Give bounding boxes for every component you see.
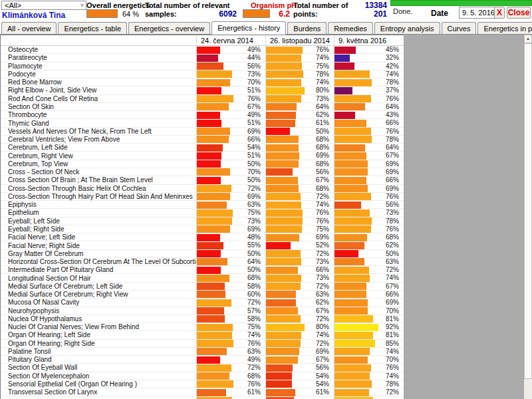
value-bar <box>266 389 295 396</box>
table-row[interactable]: Gray Matter Of Cerebrum50%72%50% <box>1 250 404 258</box>
table-row[interactable]: Right Elbow - Joint, Side View51%80%37% <box>1 86 404 94</box>
table-row[interactable]: Thrombocyte49%62%43% <box>1 111 404 119</box>
table-row[interactable]: Cerebrum, Top View50%68%69% <box>1 160 404 168</box>
value-bar <box>266 234 299 241</box>
value-bar <box>334 185 368 192</box>
table-row[interactable]: Thymic Gland51%61%66% <box>1 119 404 127</box>
value-bar <box>334 128 371 135</box>
row-label: Section Of Eyeball Wall <box>1 364 196 372</box>
table-row[interactable]: Palatine Tonsil63%69%74% <box>1 348 404 356</box>
table-row[interactable]: Cross - Section Of Neck70%56%69% <box>1 168 404 176</box>
value-bar <box>197 380 233 388</box>
value-percent: 45% <box>386 46 399 54</box>
value-cell: 76% <box>265 217 334 225</box>
value-bar <box>334 55 350 62</box>
table-row[interactable]: Facial Nerve; Right Side55%52%62% <box>1 241 404 249</box>
value-bar <box>197 275 229 282</box>
value-bar <box>266 152 299 160</box>
table-row[interactable]: Vessels And Nerves Of The Neck, From The… <box>1 128 404 136</box>
value-bar <box>334 389 369 396</box>
close-button[interactable]: Close <box>507 7 531 19</box>
value-cell: 56% <box>196 63 265 70</box>
table-row[interactable]: Epiphysis63%74%56% <box>1 201 404 209</box>
tab-energetics-in-pentagram[interactable]: Energetics in pentagram <box>477 22 532 34</box>
value-cell: 67% <box>265 176 334 184</box>
value-cell: 67% <box>334 152 404 160</box>
delete-date-button[interactable]: X <box>494 7 505 19</box>
value-percent: 76% <box>386 225 399 233</box>
table-row[interactable]: Intermediate Part Of Pituitary Gland50%6… <box>1 266 404 274</box>
table-row[interactable]: Red Bone Marrow70%74%78% <box>1 78 404 86</box>
status-text: Done. <box>393 7 412 15</box>
table-row[interactable]: Nuclea Of Hypothalamus58%72%81% <box>1 315 404 323</box>
value-cell: 70% <box>334 356 404 364</box>
table-row[interactable]: Facial Nerve; Left Side48%69%68% <box>1 233 404 241</box>
table-row[interactable]: Organ Of Hearing; Right Side76%72%85% <box>1 340 404 348</box>
table-row[interactable] <box>1 396 404 399</box>
table-row[interactable]: Longitudinal Section Of Hair68%73%74% <box>1 274 404 282</box>
value-bar <box>197 332 232 339</box>
table-row[interactable]: Osteocyte49%76%45% <box>1 46 404 54</box>
value-cell: 72% <box>265 315 334 323</box>
value-bar <box>266 112 296 119</box>
table-row[interactable]: Eyeball; Right Side69%75%76% <box>1 225 404 233</box>
tab-entropy-analysis[interactable]: Entropy analysis <box>374 22 440 34</box>
value-percent: 58% <box>247 283 261 291</box>
table-row[interactable]: Rod And Cone Cells Of Retina76%73%76% <box>1 95 404 103</box>
tab-burdens[interactable]: Burdens <box>287 22 327 34</box>
row-label: Cross-Section Through Basic Helix Of Coc… <box>1 185 196 193</box>
table-row[interactable]: Transversal Section Of Larynx61%61%72% <box>1 388 404 396</box>
value-cell: 74% <box>334 372 404 380</box>
table-row[interactable]: Paratireocyte44%74%32% <box>1 54 404 62</box>
value-cell <box>265 396 334 399</box>
table-row[interactable]: Cross-Section Through Basic Helix Of Coc… <box>1 185 404 193</box>
table-row[interactable]: Cerebrum, Right View51%69%67% <box>1 152 404 160</box>
patient-filter-combobox[interactable]: <All> ˅ <box>1 1 86 10</box>
value-bar <box>266 63 302 70</box>
table-row[interactable]: Nuclei Of Cranial Nerves; View From Behi… <box>1 323 404 331</box>
value-cell: 69% <box>196 193 265 201</box>
value-bar <box>266 79 301 86</box>
tab-curves[interactable]: Curves <box>442 22 477 34</box>
table-row[interactable]: Cerebrum, Left Side54%68%64% <box>1 144 404 152</box>
tab-all-overview[interactable]: All - overview <box>1 22 57 34</box>
table-row[interactable]: Organ Of Hearing; Left Side74%74%81% <box>1 331 404 339</box>
tab-remedies[interactable]: Remedies <box>328 22 373 34</box>
table-row[interactable]: Section Of Eyeball Wall72%56%76% <box>1 364 404 372</box>
table-row[interactable]: Neurohypophysis57%67%70% <box>1 307 404 315</box>
tab-energetics-history[interactable]: Energetics - history <box>211 21 286 35</box>
value-bar <box>266 47 303 54</box>
scrollbar-thumb[interactable] <box>524 43 532 379</box>
table-row[interactable]: Medial Surface Of Cerebrum; Right View60… <box>1 291 404 299</box>
value-bar <box>266 364 293 372</box>
table-row[interactable]: Section Of Skin67%64%64% <box>1 103 404 111</box>
value-percent: 85% <box>386 340 399 348</box>
table-row[interactable]: Podocyte73%78%74% <box>1 70 404 78</box>
table-row[interactable]: Cerebral Ventricles; View From Above66%6… <box>1 136 404 144</box>
table-row[interactable]: Cross Section Of Brain ; At The Brain St… <box>1 176 404 184</box>
value-percent: 78% <box>386 217 399 225</box>
table-row[interactable]: Epithelium75%76%73% <box>1 209 404 217</box>
table-row[interactable]: Section Of Myelencephalon68%54%74% <box>1 372 404 380</box>
value-percent: 76% <box>386 364 399 372</box>
value-percent: 69% <box>247 128 261 136</box>
value-cell: 75% <box>265 225 334 233</box>
row-label: Eyeball; Right Side <box>1 225 196 233</box>
value-percent: 58% <box>247 315 261 323</box>
table-row[interactable]: Eyeball; Left Side73%76%78% <box>1 217 404 225</box>
table-row[interactable]: Horizontal Cross-Section Of Cerebrum At … <box>1 258 404 266</box>
tab-energetics-overview[interactable]: Energetics - overview <box>128 22 210 34</box>
table-row[interactable]: Cross-Section Through Hairy Part Of Head… <box>1 193 404 201</box>
value-bar <box>334 348 370 355</box>
table-row[interactable]: Sensorial Epthelial Cell (Organ Of Heari… <box>1 380 404 388</box>
vertical-scrollbar[interactable]: ▲ <box>524 35 532 399</box>
table-row[interactable]: Medial Surface Of Cerebrum; Left Side58%… <box>1 283 404 291</box>
row-label: Cerebrum, Top View <box>1 160 196 168</box>
table-row[interactable]: Mucosa Of Nasal Cavity72%62%69% <box>1 299 404 307</box>
table-row[interactable]: Pituitary Gland49%67%70% <box>1 356 404 364</box>
table-row[interactable]: Plasmocyte56%75%42% <box>1 63 404 70</box>
tab-energetics-table[interactable]: Energetics - table <box>58 22 127 34</box>
scroll-up-arrow-icon[interactable]: ▲ <box>524 35 532 43</box>
value-percent: 76% <box>386 128 399 136</box>
value-bar <box>266 291 296 298</box>
